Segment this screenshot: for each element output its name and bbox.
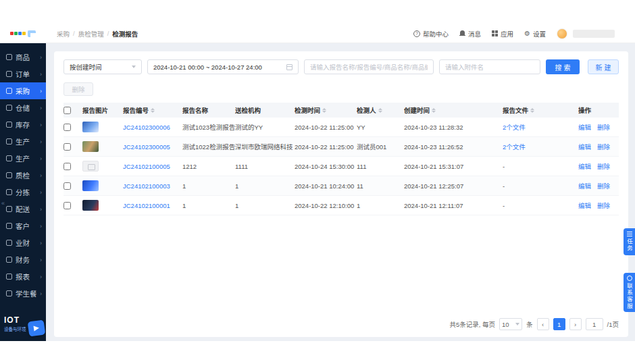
breadcrumb-current: 检测报告: [112, 29, 138, 38]
sort-icon[interactable]: [378, 108, 382, 113]
attachment-name-input[interactable]: [439, 59, 540, 74]
report-no-link[interactable]: JC24102100003: [123, 182, 170, 190]
task-label: 任务: [626, 238, 634, 252]
messages-label: 消息: [468, 29, 481, 38]
edit-button[interactable]: 编辑: [578, 142, 591, 151]
edit-button[interactable]: 编辑: [578, 181, 591, 190]
files-link[interactable]: 2个文件: [503, 142, 526, 151]
chat-bubble-icon[interactable]: [28, 319, 46, 336]
help-center-button[interactable]: 帮助中心: [413, 29, 449, 38]
edit-button[interactable]: 编辑: [578, 122, 591, 132]
breadcrumb-root[interactable]: 采购: [57, 29, 70, 38]
sidebar-item-warehouse[interactable]: 仓储: [0, 99, 46, 116]
sidebar-item-student-meals[interactable]: 学生餐: [0, 285, 46, 302]
sidebar-item-reports[interactable]: 报表: [0, 268, 46, 285]
settings-button[interactable]: 设置: [524, 29, 546, 38]
finance-icon: [6, 257, 12, 263]
contact-support-tab[interactable]: 联系客服: [624, 273, 635, 312]
agency: 深圳市欧瑞网络科技: [235, 142, 295, 151]
report-no-link[interactable]: JC24102300005: [123, 143, 170, 151]
row-checkbox[interactable]: [63, 143, 71, 151]
page-jump-input[interactable]: [586, 318, 603, 330]
sidebar-item-orders[interactable]: 订单: [0, 66, 46, 82]
next-page-button[interactable]: ›: [569, 318, 582, 330]
warehouse-icon: [6, 105, 12, 111]
app-logo: [0, 24, 46, 43]
row-checkbox[interactable]: [63, 163, 71, 170]
sidebar-item-delivery[interactable]: 配送: [0, 201, 46, 217]
username-redacted: [573, 30, 615, 38]
sort-icon[interactable]: [151, 108, 155, 113]
sidebar-item-procurement[interactable]: 采购: [0, 82, 46, 99]
report-no-link[interactable]: JC24102300006: [123, 124, 170, 131]
row-checkbox[interactable]: [63, 182, 71, 190]
task-panel-tab[interactable]: 任务: [624, 228, 635, 255]
delete-button[interactable]: 删除: [597, 161, 610, 171]
edit-button[interactable]: 编辑: [578, 201, 591, 210]
sort-icon[interactable]: [322, 108, 326, 113]
report-no-link[interactable]: JC24102100001: [123, 202, 170, 209]
sidebar-item-label: 配送: [16, 204, 30, 214]
pagination: 共5条记录, 每页 10 条 ‹ 1 › /1页: [449, 318, 619, 330]
files-link[interactable]: 2个文件: [503, 122, 526, 132]
sidebar-item-production-2[interactable]: 生产: [0, 150, 46, 167]
prev-page-button[interactable]: ‹: [537, 318, 549, 330]
sidebar-item-label: 商品: [16, 52, 30, 62]
account-menu[interactable]: [557, 28, 615, 39]
logo-square-red: [10, 32, 14, 35]
report-name: 测试1023检测报告: [182, 122, 235, 132]
logo-square-green: [14, 32, 18, 35]
sidebar-item-label: 库存: [16, 120, 30, 130]
keyword-input[interactable]: [304, 59, 434, 74]
sidebar-item-inventory[interactable]: 库存: [0, 116, 46, 133]
header-label: 创建时间: [404, 105, 430, 115]
breadcrumb-section[interactable]: 质检管理: [78, 29, 104, 38]
test-time: 2024-10-22 11:25:00: [295, 143, 357, 151]
biz-finance-icon: [6, 240, 12, 246]
sidebar-item-sorting[interactable]: 分拣: [0, 184, 46, 201]
header-report-no: 报告编号: [123, 105, 182, 115]
sidebar-item-customers[interactable]: 客户: [0, 217, 46, 234]
goods-icon: [6, 54, 12, 60]
messages-button[interactable]: 消息: [459, 29, 481, 38]
gear-icon: [524, 30, 530, 37]
bell-icon: [459, 30, 465, 37]
sidebar-item-production[interactable]: 生产: [0, 133, 46, 150]
report-thumbnail: [82, 122, 99, 132]
sidebar-item-finance[interactable]: 财务: [0, 251, 46, 268]
page-count-label: /1页: [607, 319, 619, 329]
sidebar-item-quality[interactable]: 质检: [0, 167, 46, 184]
search-button[interactable]: 搜 索: [546, 59, 580, 74]
chevron-down-icon: [515, 323, 519, 326]
delete-button[interactable]: 删除: [597, 122, 610, 132]
chevron-right-icon: [40, 290, 42, 297]
chevron-right-icon: [40, 88, 42, 95]
apps-button[interactable]: 应用: [492, 29, 513, 38]
report-no-link[interactable]: JC24102100005: [123, 163, 170, 170]
header-report-name: 报告名称: [182, 105, 235, 115]
date-range-picker[interactable]: 2024-10-21 00:00 ~ 2024-10-27 24:00: [147, 59, 299, 74]
time-field-select[interactable]: 按创建时间: [63, 59, 142, 74]
apps-label: 应用: [501, 29, 513, 38]
sort-icon[interactable]: [432, 108, 436, 113]
edit-button[interactable]: 编辑: [578, 161, 591, 171]
date-range-value: 2024-10-21 00:00 ~ 2024-10-27 24:00: [153, 63, 262, 71]
chevron-right-icon: [40, 138, 42, 145]
sort-icon[interactable]: [530, 108, 534, 113]
page: 采购 / 质检管理 / 检测报告 帮助中心 消息 应用: [0, 0, 635, 364]
new-report-button[interactable]: 新 建: [588, 59, 619, 74]
page-size-select[interactable]: 10: [499, 318, 522, 330]
delete-button[interactable]: 删除: [597, 142, 610, 151]
bulk-delete-button[interactable]: 删除: [63, 82, 93, 96]
row-checkbox[interactable]: [63, 124, 71, 131]
current-page-button[interactable]: 1: [553, 318, 565, 330]
row-checkbox[interactable]: [63, 202, 71, 209]
sidebar-collapse-icon[interactable]: [1, 200, 5, 207]
delete-button[interactable]: 删除: [597, 201, 610, 210]
sidebar-item-biz-finance[interactable]: 业财: [0, 234, 46, 251]
chevron-down-icon: [132, 66, 136, 68]
select-all-checkbox[interactable]: [63, 107, 71, 114]
delete-button[interactable]: 删除: [597, 181, 610, 190]
agency: 1111: [235, 163, 295, 170]
sidebar-item-goods[interactable]: 商品: [0, 49, 46, 66]
